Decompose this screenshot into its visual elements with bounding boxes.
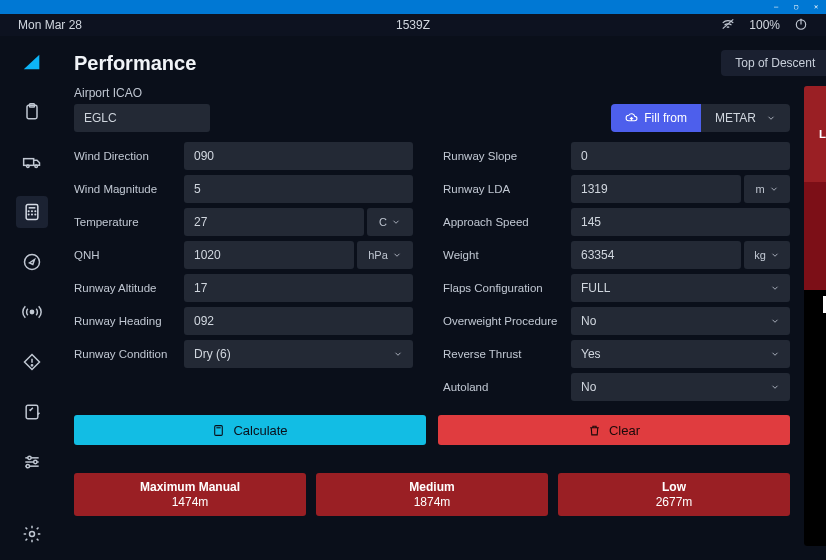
wind-mag-label: Wind Magnitude [74, 183, 184, 195]
status-bar: Mon Mar 28 1539Z 100% [0, 14, 826, 36]
svg-point-24 [34, 460, 37, 463]
rwy-alt-input[interactable] [184, 274, 413, 302]
calculate-button[interactable]: Calculate [74, 415, 426, 445]
status-utc: 1539Z [281, 18, 544, 32]
checklist-icon[interactable] [16, 396, 48, 428]
svg-point-17 [30, 310, 33, 313]
fill-from-source-select[interactable]: METAR [701, 104, 790, 132]
close-button[interactable]: ✕ [812, 3, 820, 11]
chevron-down-icon [393, 349, 403, 359]
rwy-lda-unit-select[interactable]: m [744, 175, 790, 203]
tabs: Top of Descent Landing [721, 50, 826, 76]
gauge-max: MAXMANUAL1474m [804, 232, 826, 290]
result-max: Maximum Manual1474m [74, 473, 306, 516]
minimize-button[interactable]: — [772, 3, 780, 11]
page-title: Performance [74, 52, 196, 75]
chevron-down-icon [770, 349, 780, 359]
reverse-select[interactable]: Yes [571, 340, 790, 368]
gauge-medium: MEDIUM1874m [804, 182, 826, 232]
chevron-down-icon [766, 113, 776, 123]
svg-rect-28 [215, 425, 223, 435]
overweight-select[interactable]: No [571, 307, 790, 335]
weight-input[interactable] [571, 241, 741, 269]
autoland-label: Autoland [443, 381, 571, 393]
chevron-down-icon [392, 250, 402, 260]
wind-dir-input[interactable] [184, 142, 413, 170]
qnh-unit-select[interactable]: hPa [357, 241, 413, 269]
svg-point-26 [26, 465, 29, 468]
maximize-button[interactable]: ▢ [792, 3, 800, 11]
rwy-alt-label: Runway Altitude [74, 282, 184, 294]
rwy-cond-label: Runway Condition [74, 348, 184, 360]
app-logo-icon [16, 46, 48, 78]
runway-graphic: 60 [804, 290, 826, 546]
rwy-slope-input[interactable] [571, 142, 790, 170]
autoland-select[interactable]: No [571, 373, 790, 401]
temp-unit-select[interactable]: C [367, 208, 413, 236]
clipboard-icon[interactable] [16, 96, 48, 128]
svg-rect-20 [26, 405, 38, 418]
app-spd-label: Approach Speed [443, 216, 571, 228]
truck-icon[interactable] [16, 146, 48, 178]
rwy-lda-label: Runway LDA [443, 183, 571, 195]
temp-input[interactable] [184, 208, 364, 236]
warning-icon[interactable] [16, 346, 48, 378]
status-date: Mon Mar 28 [18, 18, 281, 32]
svg-point-22 [28, 456, 31, 459]
rwy-cond-select[interactable]: Dry (6) [184, 340, 413, 368]
overweight-label: Overweight Procedure [443, 315, 571, 327]
tab-top-of-descent[interactable]: Top of Descent [721, 50, 826, 76]
chevron-down-icon [770, 283, 780, 293]
svg-point-6 [27, 165, 30, 168]
gear-icon[interactable] [16, 518, 48, 550]
result-low: Low2677m [558, 473, 790, 516]
window-title-bar: — ▢ ✕ [0, 0, 826, 14]
rwy-hdg-input[interactable] [184, 307, 413, 335]
chevron-down-icon [769, 184, 779, 194]
power-icon[interactable] [794, 17, 808, 34]
battery-percent: 100% [749, 18, 780, 32]
chevron-down-icon [770, 316, 780, 326]
runway-gauge: LOW 2677m MEDIUM1874m MAXMANUAL1474m 60 [804, 86, 826, 546]
clear-button[interactable]: Clear [438, 415, 790, 445]
chevron-down-icon [391, 217, 401, 227]
rwy-hdg-label: Runway Heading [74, 315, 184, 327]
wind-mag-input[interactable] [184, 175, 413, 203]
qnh-label: QNH [74, 249, 184, 261]
icao-label: Airport ICAO [74, 86, 210, 100]
qnh-input[interactable] [184, 241, 354, 269]
radio-icon[interactable] [16, 296, 48, 328]
reverse-label: Reverse Thrust [443, 348, 571, 360]
svg-rect-5 [24, 159, 34, 166]
compass-icon[interactable] [16, 246, 48, 278]
app-spd-input[interactable] [571, 208, 790, 236]
calculator-icon[interactable] [16, 196, 48, 228]
chevron-down-icon [770, 250, 780, 260]
svg-point-27 [30, 532, 35, 537]
sidebar [0, 36, 64, 560]
icao-input[interactable] [74, 104, 210, 132]
wifi-icon [721, 17, 735, 34]
temp-label: Temperature [74, 216, 184, 228]
flaps-label: Flaps Configuration [443, 282, 571, 294]
weight-unit-select[interactable]: kg [744, 241, 790, 269]
runway-number: 60 [804, 323, 826, 349]
gauge-low: LOW 2677m [804, 86, 826, 182]
rwy-lda-input[interactable] [571, 175, 741, 203]
result-med: Medium1874m [316, 473, 548, 516]
fill-from-button[interactable]: Fill from [611, 104, 701, 132]
chevron-down-icon [770, 382, 780, 392]
weight-label: Weight [443, 249, 571, 261]
sliders-icon[interactable] [16, 446, 48, 478]
rwy-slope-label: Runway Slope [443, 150, 571, 162]
svg-point-7 [35, 165, 38, 168]
wind-dir-label: Wind Direction [74, 150, 184, 162]
flaps-select[interactable]: FULL [571, 274, 790, 302]
svg-point-19 [31, 365, 32, 366]
